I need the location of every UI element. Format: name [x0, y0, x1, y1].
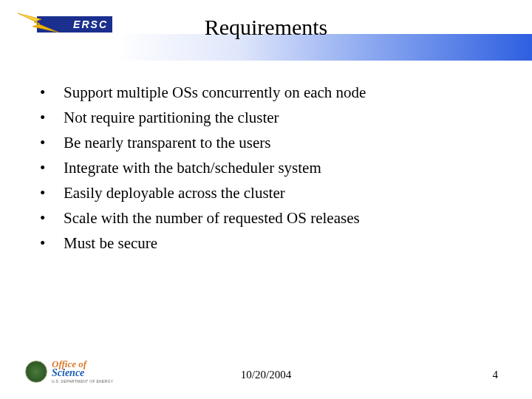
bullet-icon: •: [38, 184, 64, 202]
office-of-science-logo: Office of Science U.S. DEPARTMENT OF ENE…: [25, 359, 114, 389]
bullet-icon: •: [38, 134, 64, 152]
svg-marker-1: [19, 14, 39, 21]
bullet-list: • Support multiple OSs concurrently on e…: [38, 83, 482, 259]
bullet-icon: •: [38, 109, 64, 127]
bullet-icon: •: [38, 159, 64, 177]
office-of-science-text: Office of Science U.S. DEPARTMENT OF ENE…: [52, 359, 113, 383]
bullet-icon: •: [38, 234, 64, 253]
nersc-badge-text: ERSC: [73, 18, 108, 30]
list-item: • Not require partitioning the cluster: [38, 109, 482, 127]
list-item: • Be nearly transparent to the users: [38, 134, 482, 152]
list-item-text: Integrate with the batch/scheduler syste…: [64, 159, 482, 177]
bullet-icon: •: [38, 83, 64, 102]
list-item-text: Easily deployable across the cluster: [64, 184, 482, 202]
list-item: • Must be secure: [38, 234, 482, 253]
logo-line-2: Science: [52, 368, 113, 378]
footer-page-number: 4: [493, 369, 499, 381]
list-item: • Support multiple OSs concurrently on e…: [38, 83, 482, 102]
list-item: • Integrate with the batch/scheduler sys…: [38, 159, 482, 177]
list-item-text: Scale with the number of requested OS re…: [64, 209, 482, 228]
list-item: • Easily deployable across the cluster: [38, 184, 482, 202]
lightning-bolt-icon: [16, 7, 61, 37]
list-item-text: Must be secure: [64, 234, 482, 253]
svg-marker-0: [18, 13, 59, 33]
list-item: • Scale with the number of requested OS …: [38, 209, 482, 228]
doe-seal-icon: [25, 361, 47, 383]
list-item-text: Not require partitioning the cluster: [64, 109, 482, 127]
bullet-icon: •: [38, 209, 64, 228]
list-item-text: Be nearly transparent to the users: [64, 134, 482, 152]
logo-line-3: U.S. DEPARTMENT OF ENERGY: [52, 380, 113, 383]
nersc-logo: ERSC: [16, 7, 112, 37]
list-item-text: Support multiple OSs concurrently on eac…: [64, 83, 482, 102]
